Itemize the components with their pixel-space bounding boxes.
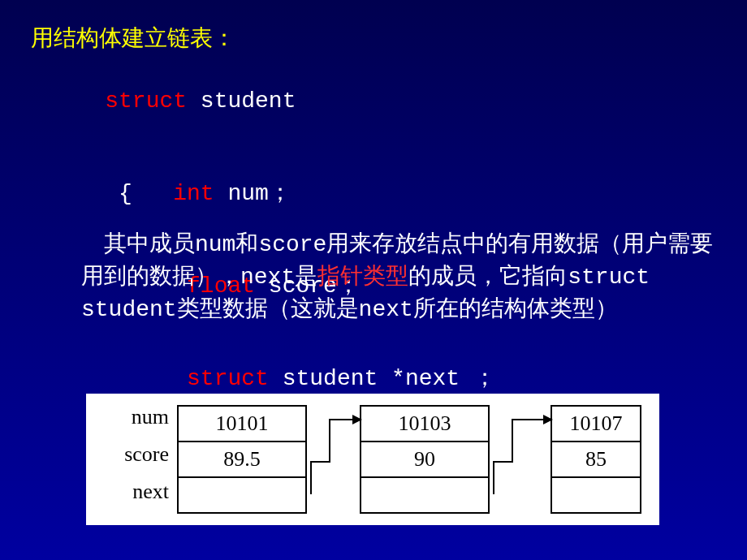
node-2-num: 10103 <box>361 407 488 442</box>
arrow-2-to-3 <box>490 405 555 502</box>
node-2-score: 90 <box>361 442 488 478</box>
node-1-next <box>179 478 305 514</box>
code-text: student <box>187 88 296 114</box>
code-keyword-int: int <box>173 181 214 206</box>
slide-title: 用结构体建立链表： <box>31 23 235 54</box>
code-brace: { <box>105 181 132 206</box>
node-1-num: 10101 <box>179 407 305 442</box>
node-1: 10101 89.5 <box>177 405 307 514</box>
node-3: 10107 85 <box>551 405 641 514</box>
diagram-label-score: score <box>96 442 169 467</box>
node-2: 10103 90 <box>360 405 490 514</box>
code-text: num； <box>214 181 291 206</box>
diagram-label-next: next <box>96 480 169 504</box>
node-3-score: 85 <box>552 442 640 478</box>
node-2-next <box>361 478 488 514</box>
code-indent <box>132 181 173 206</box>
code-keyword-struct: struct <box>105 88 187 114</box>
explanation-paragraph: 其中成员num和score用来存放结点中的有用数据（用户需要用到的数据），nex… <box>81 229 715 326</box>
code-indent <box>105 366 187 391</box>
node-1-score: 89.5 <box>179 442 305 478</box>
node-3-num: 10107 <box>552 407 640 442</box>
linked-list-diagram: num score next 10101 89.5 10103 90 10107… <box>86 394 659 525</box>
para-highlight: 指针类型 <box>317 265 408 290</box>
diagram-label-num: num <box>96 405 169 429</box>
code-keyword-struct: struct <box>187 366 269 391</box>
code-text: student *next ； <box>269 366 496 391</box>
arrow-1-to-2 <box>307 405 364 502</box>
node-3-next <box>552 478 640 514</box>
